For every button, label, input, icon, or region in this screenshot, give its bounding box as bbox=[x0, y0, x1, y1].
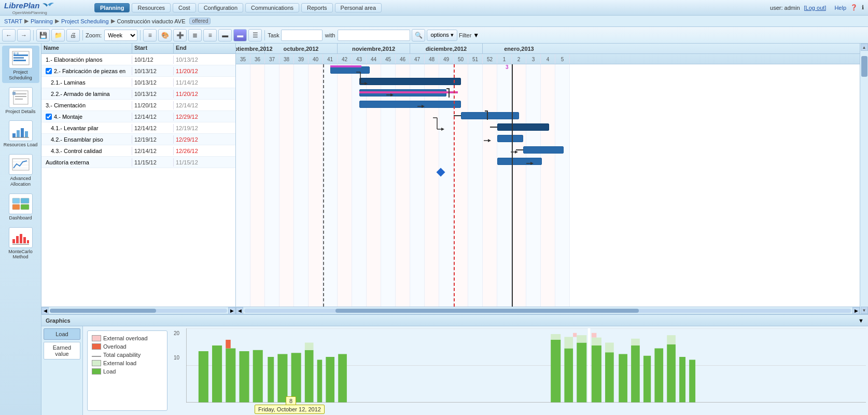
nav-configuration[interactable]: Configuration bbox=[198, 3, 243, 12]
filter-icon[interactable]: ▼ bbox=[473, 32, 479, 39]
zoom-select[interactable]: Week Day Month Quarter bbox=[104, 30, 137, 41]
sidebar-item-resources-load[interactable]: Resources Load bbox=[2, 118, 39, 150]
svg-rect-76 bbox=[605, 352, 614, 403]
breadcrumb-planning[interactable]: Planning bbox=[31, 18, 53, 24]
nav-cost[interactable]: Cost bbox=[173, 3, 196, 12]
v-scroll-track[interactable] bbox=[861, 51, 868, 307]
toolbar-add-task-btn[interactable]: ➕ bbox=[173, 29, 187, 42]
sidebar-item-advanced-allocation[interactable]: Advanced Allocation bbox=[2, 152, 39, 189]
task-checkbox[interactable] bbox=[46, 68, 52, 74]
legend-item-overload: Overload bbox=[92, 343, 163, 350]
breadcrumb-sep2: ▶ bbox=[55, 18, 59, 24]
sidebar-item-montecarlo[interactable]: MonteCarlo Method bbox=[2, 225, 39, 262]
toolbar-lines-btn[interactable]: ☰ bbox=[248, 29, 262, 42]
nav-reports[interactable]: Reports bbox=[301, 3, 333, 12]
gantt-section: Name Start End 1.- Elaboración planos 10… bbox=[41, 44, 868, 314]
toolbar-save-btn[interactable]: 💾 bbox=[36, 29, 50, 42]
svg-rect-56 bbox=[253, 350, 263, 403]
graphics-collapse-icon[interactable]: ▼ bbox=[858, 317, 864, 324]
nav-resources[interactable]: Resources bbox=[132, 3, 171, 12]
legend-label-load: Load bbox=[103, 368, 116, 375]
toolbar-highlight-btn[interactable]: ▬ bbox=[233, 29, 247, 42]
sidebar-icon-project-scheduling bbox=[9, 48, 33, 68]
task-list-scroll[interactable]: ◀ ▶ bbox=[41, 307, 235, 314]
toolbar-print-btn[interactable]: 🖨 bbox=[66, 29, 80, 42]
nav-planning[interactable]: Planning bbox=[94, 3, 130, 12]
task-start-cell: 12/14/12 bbox=[132, 124, 174, 132]
sidebar-item-project-details[interactable]: Project Details bbox=[2, 85, 39, 117]
scroll-down-btn[interactable]: ▼ bbox=[861, 307, 868, 314]
gantt-bar-task9 bbox=[497, 158, 542, 165]
week-52: 52 bbox=[483, 54, 497, 64]
logout-link[interactable]: [Log out] bbox=[804, 5, 827, 11]
task-end-cell: 11/20/12 bbox=[174, 67, 215, 75]
task-checkbox[interactable] bbox=[46, 114, 52, 120]
sidebar-item-dashboard[interactable]: Dashboard bbox=[2, 191, 39, 223]
svg-rect-59 bbox=[291, 353, 301, 403]
toolbar-search-btn[interactable]: 🔍 bbox=[412, 29, 425, 42]
help-icon[interactable]: ❓ bbox=[850, 4, 858, 11]
gantt-h-scroll-track[interactable] bbox=[244, 309, 851, 313]
task-name-cell: 4.- Montaje bbox=[41, 113, 132, 121]
scroll-right-btn2[interactable]: ▶ bbox=[852, 307, 860, 314]
sidebar-item-project-scheduling[interactable]: Project Scheduling bbox=[2, 46, 39, 83]
week-1: 1 bbox=[497, 54, 512, 64]
svg-rect-68 bbox=[564, 337, 573, 349]
gantt-col-41 bbox=[323, 64, 338, 307]
scroll-left-btn[interactable]: ◀ bbox=[41, 307, 49, 314]
gantt-bar-task1 bbox=[330, 66, 370, 74]
breadcrumb-scheduling[interactable]: Project Scheduling bbox=[61, 18, 109, 24]
gantt-h-scroll[interactable]: ◀ ▶ bbox=[236, 307, 860, 314]
toolbar-forward-btn[interactable]: → bbox=[17, 29, 31, 42]
task-end-cell: 12/14/12 bbox=[174, 101, 215, 109]
options-btn[interactable]: options ▾ bbox=[427, 30, 457, 41]
svg-rect-27 bbox=[23, 237, 26, 243]
zoom-label: Zoom: bbox=[86, 32, 102, 38]
gantt-chart: septiembre,2012 octubre,2012 noviembre,2… bbox=[236, 44, 860, 314]
toolbar-folder-btn[interactable]: 📁 bbox=[51, 29, 65, 42]
toolbar-expand-btn[interactable]: ≣ bbox=[188, 29, 202, 42]
gantt-col-51 bbox=[468, 64, 483, 307]
gantt-bar-task8 bbox=[523, 146, 564, 154]
toolbar-collapse-btn[interactable]: ≡ bbox=[203, 29, 217, 42]
vertical-scrollbar[interactable]: ▲ ▼ bbox=[860, 44, 868, 314]
week-36: 36 bbox=[250, 54, 265, 64]
main-layout: Project Scheduling Project Details bbox=[0, 44, 868, 415]
svg-rect-26 bbox=[20, 234, 22, 243]
toolbar-sep3 bbox=[140, 30, 141, 40]
svg-rect-52 bbox=[212, 345, 222, 403]
legend-label-overload: Overload bbox=[103, 343, 127, 350]
toolbar-indent-btn[interactable]: ≡ bbox=[143, 29, 157, 42]
scroll-left-btn2[interactable]: ◀ bbox=[236, 307, 243, 314]
legend-item-external-load: External load bbox=[92, 360, 163, 366]
graphics-tab-load[interactable]: Load bbox=[44, 328, 80, 340]
with-search-input[interactable] bbox=[338, 30, 410, 41]
toolbar-flatbar-btn[interactable]: ▬ bbox=[218, 29, 232, 42]
week-39: 39 bbox=[294, 54, 309, 64]
nav-communications[interactable]: Communications bbox=[245, 3, 299, 12]
constraint-marker-3 bbox=[446, 88, 450, 98]
legend-color-total-capability bbox=[92, 356, 101, 357]
task-search-input[interactable] bbox=[281, 30, 323, 41]
toolbar-back-btn[interactable]: ← bbox=[2, 29, 16, 42]
scroll-right-btn[interactable]: ▶ bbox=[228, 307, 235, 314]
nav-personal-area[interactable]: Personal area bbox=[335, 3, 382, 12]
logo-text: LibrePlan bbox=[4, 1, 39, 10]
task-end-cell: 10/13/12 bbox=[174, 56, 215, 64]
graphics-tab-earned-value[interactable]: Earned value bbox=[44, 342, 80, 359]
scroll-up-btn[interactable]: ▲ bbox=[861, 44, 868, 51]
help-label[interactable]: Help bbox=[834, 5, 846, 11]
legend-color-overload bbox=[92, 343, 101, 350]
h-scroll-track[interactable] bbox=[50, 309, 227, 313]
content-area: Name Start End 1.- Elaboración planos 10… bbox=[41, 44, 868, 415]
legend-item-total-capability: Total capability bbox=[92, 352, 163, 358]
table-row: 1.- Elaboración planos 10/1/12 10/13/12 bbox=[41, 54, 235, 65]
task-name-cell: 1.- Elaboración planos bbox=[41, 56, 132, 64]
task-name: 3.- Cimentación bbox=[46, 102, 86, 108]
breadcrumb-start[interactable]: START bbox=[4, 18, 22, 24]
info-icon[interactable]: ℹ bbox=[862, 4, 864, 11]
montecarlo-icon bbox=[11, 230, 30, 245]
sidebar-label-resources-load: Resources Load bbox=[4, 142, 38, 148]
v-scroll-thumb bbox=[861, 56, 867, 77]
toolbar-color-btn[interactable]: 🎨 bbox=[158, 29, 172, 42]
